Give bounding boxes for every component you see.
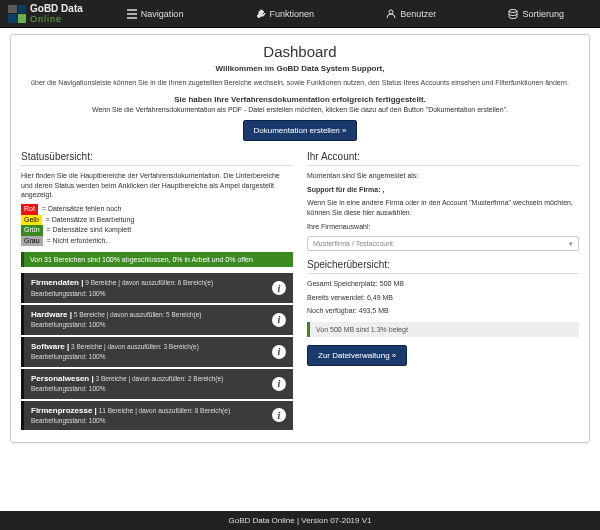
category-personalwesen[interactable]: Personalwesen | 3 Bereiche | davon auszu…	[21, 369, 293, 399]
info-icon[interactable]: i	[272, 345, 286, 359]
status-desc: Hier finden Sie die Hauptbereiche der Ve…	[21, 171, 293, 200]
logo-icon	[8, 5, 26, 23]
status-heading: Statusübersicht:	[21, 151, 293, 166]
page-title: Dashboard	[21, 43, 579, 60]
intro-text: über die Navigationsleiste können Sie in…	[21, 78, 579, 88]
status-column: Statusübersicht: Hier finden Sie die Hau…	[21, 151, 293, 433]
user-icon	[386, 9, 396, 19]
info-icon[interactable]: i	[272, 313, 286, 327]
footer: GoBD Data Online | Version 07-2019 V1	[0, 511, 600, 530]
topbar: GoBD DataOnline Navigation Funktionen Be…	[0, 0, 600, 28]
legend-gray: Grau	[21, 236, 43, 247]
info-icon[interactable]: i	[272, 281, 286, 295]
storage-bar: Von 500 MB sind 1.3% belegt	[307, 322, 579, 337]
done-text: Wenn Sie die Verfahrensdokumentation als…	[21, 106, 579, 113]
legend-yellow: Gelb	[21, 215, 42, 226]
welcome-text: Willkommen im GoBD Data System Support,	[21, 64, 579, 73]
select-label: Ihre Firmenauswahl:	[307, 222, 579, 232]
main-nav: Navigation Funktionen Benutzer Sortierun…	[91, 9, 600, 19]
done-title: Sie haben Ihre Verfahrensdokumentation e…	[21, 95, 579, 104]
account-line3: Wenn Sie in eine andere Firma oder in de…	[307, 198, 579, 218]
account-line2: Support für die Firma: ,	[307, 185, 579, 195]
svg-point-1	[509, 9, 517, 12]
account-column: Ihr Account: Momentan sind Sie angemelde…	[307, 151, 579, 433]
wrench-icon	[256, 9, 266, 19]
storage-total: Gesamt Speicherplatz: 500 MB	[307, 279, 579, 289]
category-software[interactable]: Software | 3 Bereiche | davon auszufülle…	[21, 337, 293, 367]
storage-heading: Speicherübersicht:	[307, 259, 579, 274]
info-icon[interactable]: i	[272, 408, 286, 422]
account-line1: Momentan sind Sie angemeldet als:	[307, 171, 579, 181]
logo[interactable]: GoBD DataOnline	[0, 4, 91, 24]
main-panel: Dashboard Willkommen im GoBD Data System…	[10, 34, 590, 443]
nav-navigation[interactable]: Navigation	[121, 9, 190, 19]
category-hardware[interactable]: Hardware | 5 Bereiche | davon auszufülle…	[21, 305, 293, 335]
info-icon[interactable]: i	[272, 377, 286, 391]
status-legend: Rot = Datensätze fehlen noch Gelb = Date…	[21, 204, 293, 246]
nav-benutzer[interactable]: Benutzer	[380, 9, 442, 19]
chevron-down-icon: ▾	[569, 240, 573, 248]
category-firmendaten[interactable]: Firmendaten | 9 Bereiche | davon auszufü…	[21, 273, 293, 303]
legend-red: Rot	[21, 204, 38, 215]
nav-funktionen[interactable]: Funktionen	[250, 9, 321, 19]
status-summary-bar: Von 31 Bereichen sind 100% abgeschlossen…	[21, 252, 293, 267]
create-documentation-button[interactable]: Dokumentation erstellen »	[243, 120, 358, 141]
legend-green: Grün	[21, 225, 43, 236]
menu-icon	[127, 9, 137, 19]
company-select[interactable]: Musterfirma / Testaccount▾	[307, 236, 579, 251]
file-management-button[interactable]: Zur Dateiverwaltung »	[307, 345, 407, 366]
storage-used: Bereits verwendet: 6,49 MB	[307, 293, 579, 303]
storage-free: Noch verfügbar: 493,5 MB	[307, 306, 579, 316]
nav-sortierung[interactable]: Sortierung	[502, 9, 570, 19]
logo-text: GoBD DataOnline	[30, 4, 83, 24]
database-icon	[508, 9, 518, 19]
account-heading: Ihr Account:	[307, 151, 579, 166]
category-firmenprozesse[interactable]: Firmenprozesse | 11 Bereiche | davon aus…	[21, 401, 293, 431]
svg-point-0	[389, 10, 393, 14]
